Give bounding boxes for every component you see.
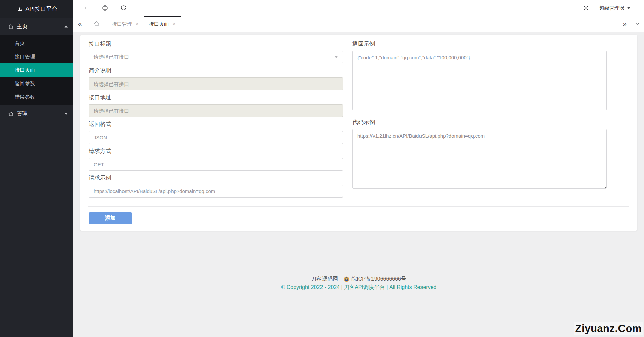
user-name: 超级管理员: [599, 5, 625, 11]
sidebar-item-api-manage[interactable]: 接口管理: [0, 50, 73, 63]
home-icon: [94, 21, 100, 27]
api-url-label: 接口地址: [89, 94, 343, 101]
api-title-selected-value: 请选择已有接口: [94, 54, 129, 60]
chevron-down-icon: [334, 56, 338, 58]
app-title: API接口平台: [26, 5, 57, 13]
footer-site-line: 刀客源码网 · 皖ICP备1906666666号: [73, 275, 644, 283]
caret-up-icon: [64, 25, 68, 28]
request-method-label: 请求方式: [89, 148, 343, 155]
refresh-icon[interactable]: [120, 5, 127, 11]
topbar-left: [73, 5, 127, 11]
language-globe-icon[interactable]: [102, 5, 108, 11]
summary-label: 简介说明: [89, 67, 343, 74]
caret-down-icon: [627, 7, 631, 9]
tabs-scroll-right-button[interactable]: »: [618, 16, 631, 32]
app-root: API接口平台 主页 首页 接口管理 接口页面 返回参数 错误参数 管理: [0, 0, 644, 337]
tab-home[interactable]: [86, 16, 107, 32]
footer-copyright: © Copyright 2022 - 2024 | 刀客API调度平台 | Al…: [73, 283, 644, 291]
api-title-label: 接口标题: [89, 41, 343, 47]
footer-site-name: 刀客源码网: [311, 276, 338, 283]
watermark: Ziyuanz.Com: [574, 322, 643, 335]
form-divider: [88, 206, 629, 207]
return-example-label: 返回示例: [352, 41, 607, 47]
form-card: 接口标题 请选择已有接口 简介说明: [80, 35, 637, 231]
caret-down-icon: [64, 112, 68, 115]
sidebar-group-home[interactable]: 主页: [0, 18, 73, 35]
tabs-menu-button[interactable]: [631, 16, 644, 32]
sidebar-item-return-params[interactable]: 返回参数: [0, 77, 73, 90]
home-icon: [8, 24, 14, 30]
request-example-label: 请求示例: [89, 175, 343, 181]
topbar-right: 超级管理员: [583, 5, 644, 11]
return-example-textarea[interactable]: {"code":1,"domain":"qq.com","data":"100,…: [352, 51, 607, 110]
form-left-column: 接口标题 请选择已有接口 简介说明: [89, 41, 343, 198]
icp-badge-icon: [344, 276, 349, 282]
request-method-field[interactable]: [89, 158, 343, 171]
close-icon[interactable]: ×: [172, 21, 176, 27]
sidebar-group-admin-label: 管理: [17, 110, 64, 117]
sidebar-item-error-params[interactable]: 错误参数: [0, 90, 73, 104]
return-format-field[interactable]: [89, 131, 343, 144]
tabbar-spacer: [181, 16, 618, 32]
collapse-sidebar-icon[interactable]: [83, 5, 90, 11]
sidebar-group-home-label: 主页: [17, 23, 64, 30]
code-example-textarea[interactable]: https://v1.21lhz.cn/API/BaiduSL/api.php?…: [352, 129, 607, 189]
sidebar-group-admin[interactable]: 管理: [0, 105, 73, 122]
close-icon[interactable]: ×: [136, 21, 139, 27]
code-example-label: 代码示例: [352, 119, 607, 126]
tabs-scroll-left-button[interactable]: «: [73, 16, 86, 32]
tabbar: « 接口管理 × 接口页面 × »: [73, 16, 644, 32]
app-logo: API接口平台: [0, 0, 73, 18]
return-format-label: 返回格式: [89, 121, 343, 128]
sidebar-item-index[interactable]: 首页: [0, 37, 73, 50]
tab-label: 接口管理: [112, 21, 132, 27]
page-footer: 刀客源码网 · 皖ICP备1906666666号 © Copyright 202…: [73, 275, 644, 291]
footer-separator: ·: [340, 276, 342, 282]
sidebar-item-api-page[interactable]: 接口页面: [0, 63, 73, 77]
tab-api-manage[interactable]: 接口管理 ×: [107, 16, 144, 32]
topbar: 超级管理员: [73, 0, 644, 16]
content-area: 接口标题 请选择已有接口 简介说明: [73, 32, 644, 337]
fullscreen-icon[interactable]: [583, 5, 589, 11]
tab-api-page[interactable]: 接口页面 ×: [144, 16, 181, 32]
add-button[interactable]: 添加: [89, 212, 132, 224]
app-logo-icon: [16, 6, 23, 12]
request-example-field[interactable]: [89, 185, 343, 198]
summary-field: [89, 77, 343, 90]
api-url-field: [89, 104, 343, 117]
user-menu[interactable]: 超级管理员: [599, 5, 631, 11]
sidebar: API接口平台 主页 首页 接口管理 接口页面 返回参数 错误参数 管理: [0, 0, 73, 337]
home-icon: [8, 111, 14, 117]
tab-label: 接口页面: [149, 21, 169, 27]
main-area: 超级管理员 « 接口管理 × 接口页面 ×: [73, 0, 644, 337]
footer-icp-link[interactable]: 皖ICP备1906666666号: [351, 276, 406, 283]
api-title-select[interactable]: 请选择已有接口: [89, 51, 343, 63]
form-right-column: 返回示例 {"code":1,"domain":"qq.com","data":…: [352, 41, 607, 198]
sidebar-submenu: 首页 接口管理 接口页面 返回参数 错误参数: [0, 35, 73, 105]
